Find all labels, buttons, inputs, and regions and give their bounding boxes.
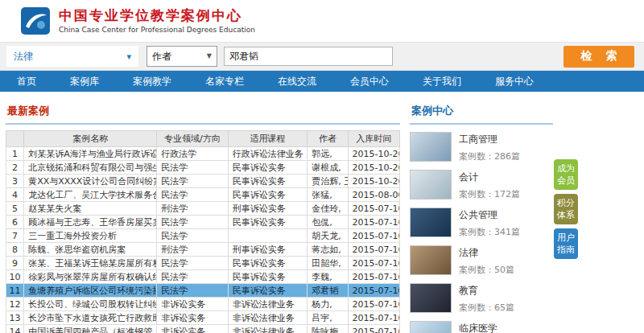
- case-course: 非诉讼法律业务: [228, 325, 308, 333]
- table-row[interactable]: 12 长投公司、绿城公司股权转让纠纷案 非诉讼实务 非诉讼法律业务 杨力, 20…: [6, 298, 400, 311]
- case-name[interactable]: 龙达化工厂、吴江大学技术服务合同纠: [24, 188, 157, 202]
- main-nav: 首页 案例库 案例教学 名家专栏 在线交流 会员中心 关于我们 服务中心: [0, 71, 644, 92]
- search-button[interactable]: 检 索: [564, 46, 634, 68]
- main-content: 最新案例 案例名称 专业领域/方向 适用课程 作者 入库时间: [0, 92, 644, 333]
- case-course: 民事诉讼实务: [228, 284, 308, 298]
- cases-table-head: 案例名称 专业领域/方向 适用课程 作者 入库时间: [6, 131, 400, 147]
- case-name[interactable]: 长沙市坠下水道女孩死亡行政救助案例: [24, 311, 157, 325]
- nav-item[interactable]: 会员中心: [333, 71, 406, 92]
- case-field: 民法学: [157, 175, 229, 188]
- case-index: 6: [6, 216, 24, 229]
- latest-cases-tbody: 1 刘某某诉A海洋与渔业局行政诉讼案 行政法学 行政诉讼法律业务 郭远, 201…: [6, 147, 400, 333]
- table-row[interactable]: 3 黄XX与XXXX设计公司合同纠纷案 民法学 民事诉讼实务 贾治辉, 王俊 2…: [6, 175, 400, 188]
- table-row[interactable]: 10 徐彩凤与张翠萍房屋所有权确认纠纷案 民法学 民事诉讼实务 李魏, 2015…: [6, 270, 400, 284]
- category-count: 案例数：341篇: [459, 226, 520, 238]
- table-row[interactable]: 8 陈魏、张思华盗窃机房案 刑法学 刑事诉讼实务 蒋志如, 2015-07-16: [6, 243, 400, 257]
- floating-buttons: 成为会员 积分体系 用户指南: [554, 159, 578, 259]
- table-row[interactable]: 13 长沙市坠下水道女孩死亡行政救助案例 非诉讼实务 非诉讼法律业务 吕宇, 2…: [6, 311, 400, 325]
- search-field-select[interactable]: 作者 ▼: [147, 46, 217, 67]
- case-name[interactable]: 刘某某诉A海洋与渔业局行政诉讼案: [24, 147, 157, 161]
- case-name[interactable]: 张某、王福某诉王锦某房屋所有权确认: [24, 257, 157, 270]
- case-name[interactable]: 陈魏、张思华盗窃机房案: [24, 243, 157, 257]
- case-name[interactable]: 三一重工海外投资分析: [24, 229, 157, 243]
- site-title: 中国专业学位教学案例中心: [59, 8, 255, 23]
- search-input[interactable]: [224, 47, 393, 66]
- case-center-header: 案例中心: [410, 100, 553, 125]
- float-button[interactable]: 积分体系: [554, 194, 578, 224]
- category-item[interactable]: 教育 案例数：65篇: [410, 283, 553, 314]
- nav-item[interactable]: 关于我们: [406, 71, 478, 92]
- category-item[interactable]: 工商管理 案例数：286篇: [410, 132, 553, 162]
- case-date: 2015-07-16: [348, 270, 399, 284]
- table-row[interactable]: 11 鱼塘养殖户诉临区公司环境污染损害索赔 民法学 民事诉讼实务 邓君韬 201…: [6, 284, 400, 298]
- category-name: 教育: [459, 284, 514, 298]
- case-name[interactable]: 鱼塘养殖户诉临区公司环境污染损害索赔: [24, 284, 157, 298]
- case-index: 11: [6, 284, 24, 298]
- category-count: 案例数：65篇: [459, 302, 514, 314]
- case-field: 非诉讼实务: [157, 325, 229, 333]
- case-name[interactable]: 黄XX与XXXX设计公司合同纠纷案: [24, 175, 157, 188]
- case-index: 14: [6, 325, 24, 333]
- case-date: 2015-07-16: [348, 216, 399, 229]
- nav-item[interactable]: 案例教学: [116, 71, 188, 92]
- table-row[interactable]: 2 北京锐拓涌和科贸有限公司与强生（上 民法学 民事诉讼实务 谢根成, 2015…: [6, 161, 400, 175]
- category-info: 工商管理 案例数：286篇: [459, 132, 520, 162]
- case-course: 民事诉讼实务: [228, 257, 308, 270]
- case-date: 2015-07-16: [348, 202, 399, 216]
- case-name[interactable]: 徐彩凤与张翠萍房屋所有权确认纠纷案: [24, 270, 157, 284]
- nav-item-label: 服务中心: [495, 75, 534, 88]
- nav-item[interactable]: 在线交流: [261, 71, 333, 92]
- case-index: 2: [6, 161, 24, 175]
- page: 中国专业学位教学案例中心 China Case Center for Profe…: [0, 0, 644, 333]
- case-date: 2015-07-16: [348, 243, 399, 257]
- case-author: 郭远,: [308, 147, 348, 161]
- category-select-value: 法律: [14, 50, 33, 64]
- case-author: 谢根成,: [308, 161, 348, 175]
- case-author: 张猛,: [308, 188, 348, 202]
- table-row[interactable]: 9 张某、王福某诉王锦某房屋所有权确认 民法学 民事诉讼实务 田韶华, 2015…: [6, 257, 400, 270]
- nav-item-label: 名家专栏: [205, 75, 244, 88]
- nav-item[interactable]: 服务中心: [478, 71, 551, 92]
- category-item[interactable]: 法律 案例数：50篇: [410, 245, 553, 276]
- case-field: 非诉讼实务: [157, 311, 229, 325]
- table-row[interactable]: 7 三一重工海外投资分析 民法学 胡天龙, 2015-07-16: [6, 229, 400, 243]
- category-item[interactable]: 公共管理 案例数：341篇: [410, 208, 553, 238]
- case-center-title: 案例中心: [411, 105, 453, 117]
- column-header-course: 适用课程: [228, 131, 308, 147]
- case-course: 民事诉讼实务: [228, 270, 308, 284]
- case-index: 4: [6, 188, 24, 202]
- category-thumbnail: [410, 170, 452, 199]
- case-name[interactable]: 赵某某失火案: [24, 202, 157, 216]
- case-index: 5: [6, 202, 24, 216]
- site-logo[interactable]: [19, 6, 52, 36]
- table-row[interactable]: 14 中国诉美国四种产品（标准钢管、矩形 非诉讼实务 非诉讼法律业务 陈咏梅, …: [6, 325, 400, 333]
- latest-cases-title: 最新案例: [7, 105, 49, 117]
- case-course: 非诉讼法律业务: [228, 298, 308, 311]
- case-name[interactable]: 北京锐拓涌和科贸有限公司与强生（上: [24, 161, 157, 175]
- case-date: 2015-10-26: [348, 175, 399, 188]
- category-name: 法律: [459, 246, 514, 260]
- table-row[interactable]: 4 龙达化工厂、吴江大学技术服务合同纠 民法学 民事诉讼实务 张猛, 2015-…: [6, 188, 400, 202]
- category-select[interactable]: 法律 ▾: [6, 46, 138, 67]
- column-header-author: 作者: [308, 131, 348, 147]
- case-author: 蒋志如,: [308, 243, 348, 257]
- case-name[interactable]: 长投公司、绿城公司股权转让纠纷案: [24, 298, 157, 311]
- table-row[interactable]: 6 顾冰福与王志寿、王华香房屋买卖合同 民法学 民事诉讼实务 包侃, 2015-…: [6, 216, 400, 229]
- case-field: 民法学: [157, 216, 229, 229]
- case-index: 13: [6, 311, 24, 325]
- table-row[interactable]: 5 赵某某失火案 刑法学 刑事诉讼实务 金佳玲, 2015-07-16: [6, 202, 400, 216]
- category-item[interactable]: 临床医学: [410, 321, 553, 333]
- case-name[interactable]: 中国诉美国四种产品（标准钢管、矩形: [24, 325, 157, 333]
- case-field: 非诉讼实务: [157, 298, 229, 311]
- float-button[interactable]: 用户指南: [554, 228, 578, 259]
- nav-item[interactable]: 名家专栏: [188, 71, 261, 92]
- nav-item[interactable]: 案例库: [53, 71, 116, 92]
- case-index: 7: [6, 229, 24, 243]
- case-field: 民法学: [157, 284, 229, 298]
- case-name[interactable]: 顾冰福与王志寿、王华香房屋买卖合同: [24, 216, 157, 229]
- nav-item[interactable]: 首页: [0, 71, 53, 92]
- float-button[interactable]: 成为会员: [554, 159, 578, 190]
- table-row[interactable]: 1 刘某某诉A海洋与渔业局行政诉讼案 行政法学 行政诉讼法律业务 郭远, 201…: [6, 147, 400, 161]
- nav-item-label: 在线交流: [278, 75, 316, 88]
- category-item[interactable]: 会计 案例数：172篇: [410, 170, 553, 200]
